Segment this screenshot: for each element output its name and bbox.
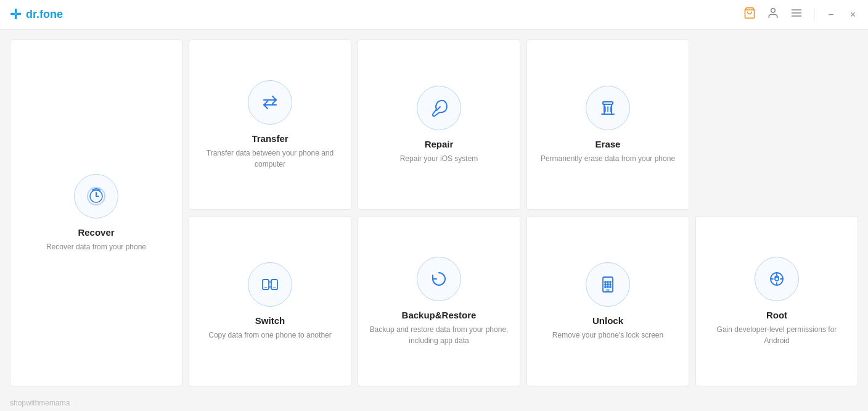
switch-title: Switch (255, 315, 285, 326)
svg-point-27 (610, 284, 611, 285)
transfer-icon-circle (248, 80, 292, 125)
unlock-icon-circle (586, 262, 630, 307)
card-unlock[interactable]: Unlock Remove your phone's lock screen (526, 216, 689, 386)
watermark: shopwithmemama (10, 399, 70, 407)
card-backup[interactable]: Backup&Restore Backup and restore data f… (358, 216, 520, 386)
repair-desc: Repair your iOS system (400, 153, 478, 164)
svg-point-28 (605, 286, 606, 288)
svg-point-30 (610, 286, 611, 288)
svg-point-29 (607, 286, 608, 288)
recover-icon-circle (74, 174, 118, 218)
svg-line-9 (436, 107, 440, 110)
svg-rect-16 (263, 280, 269, 289)
svg-point-32 (775, 277, 779, 281)
logo-icon: ✛ (10, 7, 21, 23)
svg-point-24 (610, 281, 611, 283)
logo-text: dr.fone (26, 8, 63, 21)
repair-title: Repair (425, 139, 454, 149)
svg-point-22 (605, 281, 606, 283)
erase-icon-circle (586, 86, 630, 130)
user-icon[interactable] (767, 7, 779, 22)
unlock-desc: Remove your phone's lock screen (552, 330, 663, 341)
card-transfer[interactable]: Transfer Transfer data between your phon… (189, 39, 351, 210)
card-recover[interactable]: Recover Recover data from your phone (10, 39, 182, 386)
backup-desc: Backup and restore data from your phone,… (368, 324, 510, 346)
minimize-button[interactable]: − (825, 9, 836, 20)
root-title: Root (766, 310, 787, 320)
repair-icon-circle (417, 86, 461, 130)
root-desc: Gain developer-level permissions for And… (706, 324, 848, 346)
transfer-title: Transfer (252, 133, 288, 144)
svg-point-26 (607, 284, 608, 285)
logo-area: ✛ dr.fone (10, 7, 63, 23)
card-repair[interactable]: Repair Repair your iOS system (358, 39, 520, 210)
backup-icon-circle (417, 257, 461, 301)
titlebar-controls: − × (743, 7, 858, 22)
svg-point-25 (605, 284, 606, 285)
cart-icon[interactable] (743, 7, 756, 22)
erase-desc: Permanently erase data from your phone (541, 153, 675, 164)
svg-point-1 (771, 9, 776, 13)
card-root[interactable]: Root Gain developer-level permissions fo… (695, 216, 858, 386)
erase-title: Erase (596, 139, 621, 149)
main-grid: Recover Recover data from your phone Tra… (0, 30, 868, 396)
recover-desc: Recover data from your phone (46, 241, 146, 252)
titlebar: ✛ dr.fone − × (0, 0, 868, 30)
card-erase[interactable]: Erase Permanently erase data from your p… (526, 39, 689, 210)
svg-rect-18 (271, 280, 277, 289)
titlebar-divider (814, 9, 814, 20)
unlock-title: Unlock (592, 315, 623, 326)
backup-title: Backup&Restore (402, 310, 477, 320)
close-button[interactable]: × (848, 9, 858, 20)
recover-title: Recover (78, 227, 114, 238)
transfer-desc: Transfer data between your phone and com… (199, 147, 341, 170)
root-icon-circle (755, 257, 799, 301)
switch-icon-circle (248, 262, 292, 307)
svg-point-23 (607, 281, 608, 283)
switch-desc: Copy data from one phone to another (208, 330, 331, 341)
card-switch[interactable]: Switch Copy data from one phone to anoth… (189, 216, 351, 386)
menu-icon[interactable] (790, 7, 803, 22)
